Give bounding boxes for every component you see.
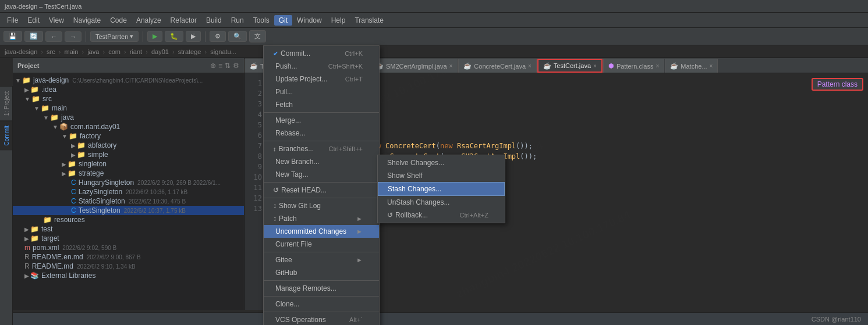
menu-help[interactable]: Help [327, 15, 350, 26]
editor-tab-pattern[interactable]: ⬢ Pattern.class × [603, 59, 664, 73]
close-icon[interactable]: × [449, 63, 453, 69]
git-menu-branches[interactable]: ↕ Branches... Ctrl+Shift++ [264, 142, 379, 155]
menu-build[interactable]: Build [201, 15, 226, 26]
tree-item-readme-en[interactable]: R README.en.md 2022/6/2 9:00, 867 B [13, 252, 244, 262]
menu-window[interactable]: Window [292, 15, 327, 26]
git-menu-merge[interactable]: Merge... [264, 114, 379, 127]
tree-item-abfactory[interactable]: ▶ 📁 abfactory [13, 141, 244, 150]
toolbar-coverage-btn[interactable]: ▶̈ [186, 31, 201, 42]
project-icon-sort[interactable]: ⇅ [225, 62, 231, 70]
git-menu-github[interactable]: GitHub [264, 266, 379, 279]
toolbar-project-dropdown[interactable]: TestParrten ▾ [90, 31, 139, 42]
git-menu-manageremotes[interactable]: Manage Remotes... [264, 282, 379, 295]
git-menu-uncommitted[interactable]: Uncommitted Changes ► [264, 225, 379, 238]
git-menu-update[interactable]: Update Project... Ctrl+T [264, 73, 379, 85]
menu-edit[interactable]: Edit [23, 15, 44, 26]
toolbar-save-btn[interactable]: 💾 [3, 31, 22, 42]
breadcrumb-part[interactable]: signatu... [210, 48, 236, 55]
toolbar-debug-btn[interactable]: 🐛 [165, 31, 183, 42]
close-icon[interactable]: × [710, 63, 713, 69]
breadcrumb-part[interactable]: riant [130, 48, 142, 55]
editor-tab-testcert[interactable]: ☕ TestCert.java × [537, 59, 603, 73]
tree-item-pom[interactable]: m pom.xml 2022/6/2 9:02, 590 B [13, 243, 244, 252]
git-menu-newbranch[interactable]: New Branch... [264, 155, 379, 168]
toolbar-settings-btn[interactable]: ⚙ [210, 31, 226, 42]
editor-tab-concretecert[interactable]: ☕ ConcreteCert.java × [458, 59, 537, 73]
menu-translate[interactable]: Translate [350, 15, 388, 26]
toolbar-undo-btn[interactable]: ← [45, 31, 62, 42]
editor-tab-sm2cert[interactable]: ☕ SM2CertArgImpl.java × [370, 59, 458, 73]
git-menu-patch[interactable]: ↕ Patch ► [264, 212, 379, 225]
git-menu-resethead[interactable]: ↺ Reset HEAD... [264, 184, 379, 197]
menu-navigate[interactable]: Navigate [69, 15, 105, 26]
expand-icon: ▶ [71, 142, 76, 149]
tree-item-simple[interactable]: ▶ 📁 simple [13, 150, 244, 159]
tree-item-root[interactable]: ▼ 📁 java-design C:\Users\zhangbin4.CITIC… [13, 76, 244, 85]
git-menu-commit[interactable]: ✔ Commit... Ctrl+K [264, 47, 379, 60]
project-icon-settings[interactable]: ⚙ [233, 62, 239, 70]
toolbar-run-btn[interactable]: ▶ [147, 31, 162, 42]
git-menu-newtag[interactable]: New Tag... [264, 168, 379, 181]
git-menu-fetch[interactable]: Fetch [264, 98, 379, 111]
tree-item-staticsingleton[interactable]: C StaticSingleton 2022/6/2 10:30, 475 B [13, 197, 244, 206]
tree-item-ext-libs[interactable]: ▶ 📚 External Libraries [13, 271, 244, 280]
tree-item-testsingleton[interactable]: C TestSingleton 2022/6/2 10:37, 1.75 kB [13, 206, 244, 215]
close-icon[interactable]: × [528, 63, 532, 69]
menu-tools[interactable]: Tools [249, 15, 274, 26]
project-icon-list[interactable]: ≡ [218, 62, 222, 70]
breadcrumb-part[interactable]: com [108, 48, 121, 55]
tree-item-singleton[interactable]: ▶ 📁 singleton [13, 159, 244, 169]
submenu-rollback[interactable]: ↺ Rollback... Ctrl+Alt+Z [378, 209, 505, 222]
tree-item-factory[interactable]: ▼ 📁 factory [13, 131, 244, 141]
git-menu-pull[interactable]: Pull... [264, 85, 379, 98]
menu-run[interactable]: Run [226, 15, 249, 26]
tree-item-main[interactable]: ▼ 📁 main [13, 103, 244, 113]
breadcrumb-part[interactable]: java [87, 48, 99, 55]
git-menu-currentfile[interactable]: Current File [264, 238, 379, 251]
side-tab-project[interactable]: 1: Project [0, 86, 12, 120]
git-menu-rebase[interactable]: Rebase... [264, 127, 379, 140]
close-icon[interactable]: × [656, 63, 660, 69]
tree-item-java-folder[interactable]: ▼ 📁 java [13, 113, 244, 122]
tree-item-package[interactable]: ▼ 📦 com.riant.day01 [13, 122, 244, 131]
menu-refactor[interactable]: Refactor [166, 15, 201, 26]
breadcrumb-part[interactable]: day01 [151, 48, 169, 55]
git-menu-clone[interactable]: Clone... [264, 298, 379, 310]
tree-item-label: target [41, 234, 59, 242]
submenu-showshelf[interactable]: Show Shelf [378, 169, 505, 182]
toolbar-sync-btn[interactable]: 🔄 [24, 31, 43, 42]
git-menu-gitee[interactable]: Gitee ► [264, 253, 379, 266]
menu-analyze[interactable]: Analyze [132, 15, 166, 26]
toolbar-redo-btn[interactable]: → [65, 31, 82, 42]
tree-item-hungarysingleton[interactable]: C HungarySingleton 2022/6/2 9:20, 269 B … [13, 178, 244, 187]
menu-view[interactable]: View [44, 15, 69, 26]
close-icon[interactable]: × [593, 63, 597, 69]
toolbar-translate-btn[interactable]: 文 [249, 30, 266, 42]
git-menu-vcsops[interactable]: VCS Operations Alt+` [264, 313, 379, 325]
editor-tab-matche[interactable]: ☕ Matche... × [665, 59, 718, 73]
breadcrumb-part[interactable]: src [47, 48, 55, 55]
menu-file[interactable]: File [2, 15, 23, 26]
submenu-unstash[interactable]: UnStash Changes... [378, 196, 505, 209]
breadcrumb-part[interactable]: main [65, 48, 79, 55]
tree-item-stratege[interactable]: ▶ 📁 stratege [13, 169, 244, 178]
toolbar-search-btn[interactable]: 🔍 [228, 31, 247, 42]
menu-git[interactable]: Git [274, 15, 292, 26]
tree-item-lazysingleton[interactable]: C LazySingleton 2022/6/2 10:36, 1.17 kB [13, 187, 244, 197]
tree-item-readme[interactable]: R README.md 2022/6/2 9:10, 1.34 kB [13, 262, 244, 271]
breadcrumb-part[interactable]: java-design [5, 48, 37, 55]
tree-item-resources[interactable]: 📁 resources [13, 215, 244, 224]
project-icon-plus[interactable]: ⊕ [210, 62, 216, 70]
git-menu-showgitlog[interactable]: ↕ Show Git Log [264, 199, 379, 212]
submenu-stash[interactable]: Stash Changes... [378, 182, 505, 196]
tree-item-target[interactable]: ▶ 📁 target [13, 234, 244, 243]
breadcrumb-part[interactable]: stratege [178, 48, 201, 55]
side-tab-commit[interactable]: Commit [0, 120, 12, 150]
tree-item-test[interactable]: ▶ 📁 test [13, 224, 244, 234]
git-menu-push[interactable]: Push... Ctrl+Shift+K [264, 60, 379, 73]
tree-item-idea[interactable]: ▶ 📁 .idea [13, 85, 244, 94]
menu-code[interactable]: Code [105, 15, 132, 26]
java-icon: ☕ [543, 62, 551, 70]
tree-item-src[interactable]: ▼ 📁 src [13, 94, 244, 103]
submenu-shelve[interactable]: Shelve Changes... [378, 156, 505, 169]
